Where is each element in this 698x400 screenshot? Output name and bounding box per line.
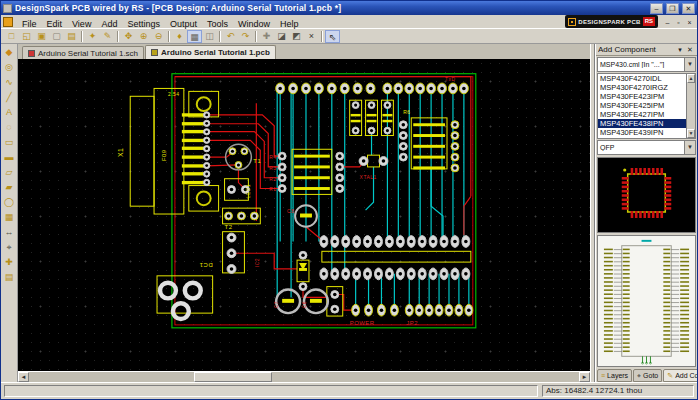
panel-close-button[interactable]: ✕	[685, 45, 695, 55]
group-tool-button[interactable]: ▤	[2, 270, 17, 285]
component-list-item[interactable]: MSP430FE439IPN	[598, 128, 686, 137]
zoom-in-button[interactable]: ⊕	[136, 30, 151, 43]
minimize-button[interactable]: –	[650, 3, 663, 14]
menu-help[interactable]: Help	[275, 19, 304, 29]
menu-bar: FileEditViewAddSettingsOutputToolsWindow…	[1, 15, 697, 29]
component-list-item[interactable]: MSP430FE427IPM	[598, 110, 686, 119]
panel-tab-goto[interactable]: ⌖Goto	[633, 369, 662, 382]
restore-button[interactable]: ❐	[666, 3, 679, 14]
component-list-scrollbar[interactable]: ▲ ▼	[686, 74, 695, 138]
fix-item-button[interactable]: ✚	[259, 30, 274, 43]
child-close-button[interactable]: ×	[684, 17, 695, 27]
library-manager-button[interactable]: ▤	[64, 30, 79, 43]
view-all-button[interactable]: ✥	[121, 30, 136, 43]
panel-tab-bar: ≡Layers⌖Goto✎Add Com...	[596, 368, 697, 382]
new-design-button[interactable]: □	[4, 30, 19, 43]
document-tab-pcb[interactable]: Arduino Serial Tutorial 1.pcb	[145, 45, 276, 59]
zoom-out-button[interactable]: ⊖	[151, 30, 166, 43]
select-mode-button[interactable]: ⇖	[325, 30, 340, 43]
document-tab-bar: Arduino Serial Tutorial 1.schArduino Ser…	[18, 44, 590, 59]
document-tab-sch[interactable]: Arduino Serial Tutorial 1.sch	[22, 46, 144, 59]
open-design-button[interactable]: ◱	[19, 30, 34, 43]
pcb-label-ic2: IC2	[255, 258, 260, 267]
component-list-item[interactable]: MSP430F4270IDL	[598, 74, 686, 83]
status-message-field	[4, 385, 538, 397]
pad-tool-button[interactable]: ◎	[2, 60, 17, 75]
panel-tab-addcom[interactable]: ✎Add Com...	[663, 369, 698, 382]
toolbar-separator	[321, 31, 323, 42]
document-system-icon[interactable]	[3, 17, 13, 27]
rectangle-tool-button[interactable]: ▭	[2, 135, 17, 150]
designspark-logo: DESIGNSPARK PCB RS	[565, 15, 658, 28]
panel-title: Add Component	[598, 45, 675, 54]
component-list-item[interactable]: MSP430FE423IPM	[598, 92, 686, 101]
menu-settings[interactable]: Settings	[122, 19, 165, 29]
text-tool-button[interactable]: A	[2, 105, 17, 120]
menu-view[interactable]: View	[67, 19, 96, 29]
copper-pour-tool-button[interactable]: ▦	[2, 210, 17, 225]
origin-tool-button[interactable]: ⌖	[2, 240, 17, 255]
toolbar-separator	[81, 31, 83, 42]
component-tool-button[interactable]: ◆	[2, 45, 17, 60]
toolbar-separator	[255, 31, 257, 42]
delete-item-button[interactable]: ×	[304, 30, 319, 43]
component-list: MSP430F4270IDLMSP430F4270IRGZMSP430FE423…	[597, 73, 696, 139]
pcb-label-r4: R4	[269, 155, 276, 160]
horizontal-scrollbar[interactable]: ◄ ►	[18, 371, 590, 382]
component-list-item[interactable]: MSP430FE425IPM	[598, 101, 686, 110]
menu-edit[interactable]: Edit	[42, 19, 68, 29]
arc-tool-button[interactable]: ◌	[2, 120, 17, 135]
filled-polygon-tool-button[interactable]: ▰	[2, 180, 17, 195]
child-restore-button[interactable]: ▫	[673, 17, 684, 27]
close-button[interactable]: ✕	[682, 3, 695, 14]
panel-tab-layers[interactable]: ≡Layers	[597, 369, 632, 382]
pcb-label-x1: X1	[117, 148, 124, 157]
scroll-down-arrow[interactable]: ▼	[687, 129, 695, 138]
close-design-button[interactable]: ▢	[49, 30, 64, 43]
circle-tool-button[interactable]: ◯	[2, 195, 17, 210]
library-combo-dropdown-icon[interactable]: ▼	[684, 58, 695, 71]
edit-values-button[interactable]: ✎	[100, 30, 115, 43]
menu-output[interactable]: Output	[165, 19, 202, 29]
window-title: DesignSpark PCB wired by RS - [PCB Desig…	[15, 3, 647, 13]
menu-window[interactable]: Window	[233, 19, 275, 29]
grid-toggle-button[interactable]: ▦	[187, 30, 202, 43]
scroll-left-arrow[interactable]: ◄	[18, 372, 29, 382]
filled-rectangle-tool-button[interactable]: ▬	[2, 150, 17, 165]
goto-sheet-button[interactable]: ◫	[202, 30, 217, 43]
line-tool-button[interactable]: ╱	[2, 90, 17, 105]
pcb-label-r3: R3	[269, 166, 276, 171]
library-combo[interactable]: MSP430.cml [In "..."] ▼	[597, 57, 696, 72]
scroll-thumb[interactable]	[194, 372, 272, 382]
paste-block-button[interactable]: ◩	[289, 30, 304, 43]
redo-button[interactable]: ↷	[238, 30, 253, 43]
goto-icon: ⌖	[637, 372, 641, 380]
package-combo-dropdown-icon[interactable]: ▼	[684, 141, 695, 154]
toolbar-separator	[168, 31, 170, 42]
undo-button[interactable]: ↶	[223, 30, 238, 43]
track-tool-button[interactable]: ∿	[2, 75, 17, 90]
menu-file[interactable]: File	[17, 19, 42, 29]
copy-block-button[interactable]: ◪	[274, 30, 289, 43]
save-design-button[interactable]: ▣	[34, 30, 49, 43]
pcb-label-xtal1: XTAL1	[360, 175, 377, 180]
component-list-item[interactable]: MSP430F4270IRGZ	[598, 83, 686, 92]
menu-tools[interactable]: Tools	[202, 19, 233, 29]
package-combo[interactable]: QFP ▼	[597, 140, 696, 155]
scroll-track[interactable]	[29, 372, 579, 382]
design-check-button[interactable]: ♦	[172, 30, 187, 43]
pcb-label-t1: T1	[253, 158, 261, 164]
testpoint-tool-button[interactable]: ✚	[2, 255, 17, 270]
pcb-label-txd: TxD	[445, 77, 456, 82]
panel-menu-button[interactable]: ▾	[675, 45, 685, 55]
dimension-tool-button[interactable]: ↔	[2, 225, 17, 240]
scroll-up-arrow[interactable]: ▲	[687, 74, 695, 83]
rs-badge: RS	[643, 17, 655, 26]
polygon-tool-button[interactable]: ▱	[2, 165, 17, 180]
component-bin-button[interactable]: ✦	[85, 30, 100, 43]
menu-add[interactable]: Add	[96, 19, 122, 29]
pcb-canvas[interactable]: X1F092.54T1LED1T2DC1IC2C8R4R3R2R1XTAL1R6…	[18, 59, 590, 371]
child-minimize-button[interactable]: –	[662, 17, 673, 27]
scroll-right-arrow[interactable]: ►	[579, 372, 590, 382]
component-list-item[interactable]: MSP430FE438IPN	[598, 119, 686, 128]
